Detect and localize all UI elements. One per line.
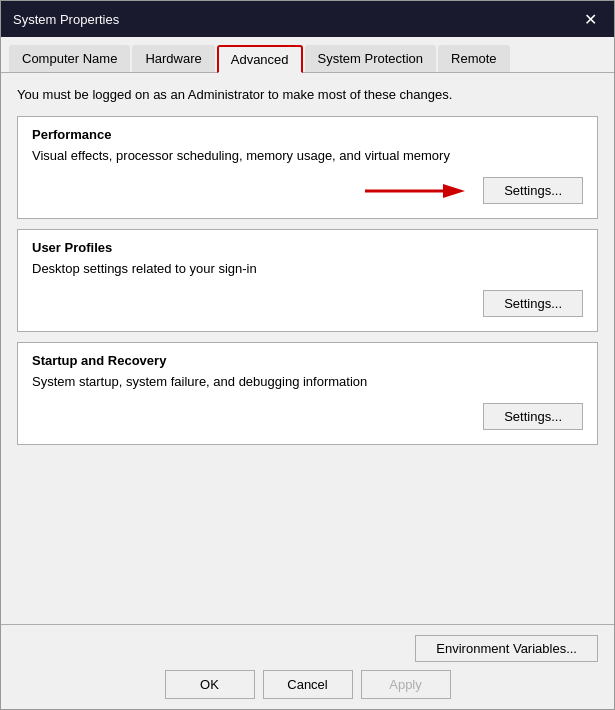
window-title: System Properties <box>13 12 119 27</box>
performance-description: Visual effects, processor scheduling, me… <box>32 148 583 163</box>
system-properties-window: System Properties ✕ Computer Name Hardwa… <box>0 0 615 710</box>
ok-cancel-row: OK Cancel Apply <box>17 670 598 699</box>
tab-content: You must be logged on as an Administrato… <box>1 73 614 624</box>
startup-recovery-description: System startup, system failure, and debu… <box>32 374 583 389</box>
user-profiles-settings-button[interactable]: Settings... <box>483 290 583 317</box>
tab-computer-name[interactable]: Computer Name <box>9 45 130 72</box>
startup-recovery-btn-row: Settings... <box>32 403 583 430</box>
cancel-button[interactable]: Cancel <box>263 670 353 699</box>
close-button[interactable]: ✕ <box>578 7 602 31</box>
tab-system-protection[interactable]: System Protection <box>305 45 437 72</box>
startup-recovery-title: Startup and Recovery <box>32 353 583 368</box>
ok-button[interactable]: OK <box>165 670 255 699</box>
user-profiles-btn-row: Settings... <box>32 290 583 317</box>
user-profiles-section: User Profiles Desktop settings related t… <box>17 229 598 332</box>
tab-hardware[interactable]: Hardware <box>132 45 214 72</box>
title-bar: System Properties ✕ <box>1 1 614 37</box>
performance-arrow-icon <box>365 179 465 203</box>
tab-bar: Computer Name Hardware Advanced System P… <box>1 37 614 73</box>
user-profiles-title: User Profiles <box>32 240 583 255</box>
startup-recovery-section: Startup and Recovery System startup, sys… <box>17 342 598 445</box>
startup-recovery-settings-button[interactable]: Settings... <box>483 403 583 430</box>
performance-section: Performance Visual effects, processor sc… <box>17 116 598 219</box>
admin-notice: You must be logged on as an Administrato… <box>17 87 598 102</box>
environment-variables-button[interactable]: Environment Variables... <box>415 635 598 662</box>
bottom-bar: Environment Variables... OK Cancel Apply <box>1 624 614 709</box>
tab-advanced[interactable]: Advanced <box>217 45 303 73</box>
env-variables-row: Environment Variables... <box>17 635 598 662</box>
performance-title: Performance <box>32 127 583 142</box>
performance-settings-button[interactable]: Settings... <box>483 177 583 204</box>
tab-remote[interactable]: Remote <box>438 45 510 72</box>
performance-btn-row: Settings... <box>32 177 583 204</box>
svg-marker-1 <box>443 184 465 198</box>
user-profiles-description: Desktop settings related to your sign-in <box>32 261 583 276</box>
apply-button[interactable]: Apply <box>361 670 451 699</box>
